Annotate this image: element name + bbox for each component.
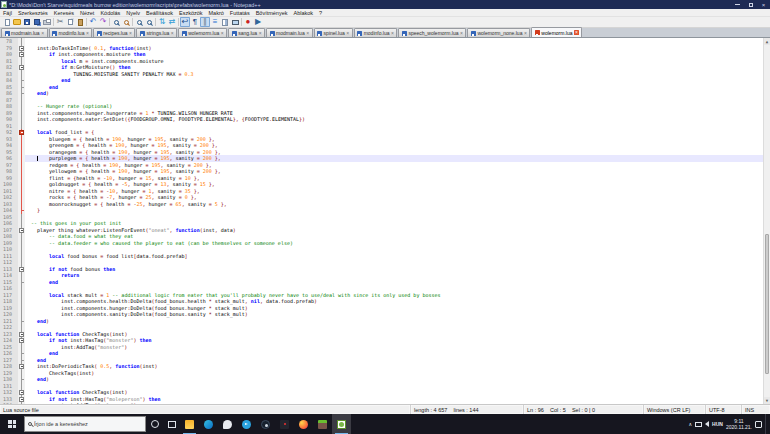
hidden-icons-chevron[interactable]: ∧	[688, 421, 692, 427]
fold-collapse-icon[interactable]	[19, 338, 24, 343]
tab-modmain-lua-6[interactable]: modmain.lua×	[266, 28, 313, 37]
tab-close-icon[interactable]: ×	[259, 31, 262, 36]
indent-guide-icon[interactable]: ∥	[200, 17, 210, 27]
tab-close-icon[interactable]: ×	[391, 31, 394, 36]
tab-sang-lua-5[interactable]: sang.lua×	[228, 28, 265, 37]
new-file-icon[interactable]	[2, 17, 12, 27]
tab-close-icon[interactable]: ×	[524, 31, 527, 36]
menu-szerkeszts[interactable]: Szerkesztés	[15, 9, 51, 17]
redo-icon[interactable]: ↷	[98, 17, 108, 27]
tab-close-icon[interactable]: ×	[41, 31, 44, 36]
tab-modinfo-lua-1[interactable]: modinfo.lua×	[49, 28, 93, 37]
tab-recipes-lua-2[interactable]: recipes.lua×	[93, 28, 135, 37]
fold-collapse-icon[interactable]	[19, 390, 24, 395]
fold-margin[interactable]	[18, 402, 25, 404]
sync-vertical-icon[interactable]: ⇅	[157, 17, 167, 27]
undo-icon[interactable]: ↶	[88, 17, 98, 27]
save-icon[interactable]	[22, 17, 32, 27]
fold-collapse-icon[interactable]	[19, 332, 24, 337]
tab-close-icon[interactable]: ×	[306, 31, 309, 36]
menu-belltsok[interactable]: Beállítások	[143, 9, 176, 17]
menu-nzet[interactable]: Nézet	[77, 9, 97, 17]
display-tray-icon[interactable]	[695, 422, 702, 427]
fold-collapse-icon[interactable]	[19, 364, 24, 369]
code-editor[interactable]: 7879 inst:DoTaskInTime( 0.1, function(in…	[0, 38, 770, 404]
save-all-icon[interactable]	[32, 17, 42, 27]
scroll-down-arrow[interactable]: ▼	[764, 397, 770, 404]
zoom-out-icon[interactable]	[144, 17, 154, 27]
cortana-button[interactable]	[146, 414, 163, 434]
taskbar-app-game-launcher[interactable]	[275, 414, 294, 434]
show-all-characters-icon[interactable]: ¶	[190, 17, 200, 27]
function-list-icon[interactable]: ≡	[210, 17, 220, 27]
fold-collapse-icon[interactable]	[19, 267, 24, 272]
tab-close-icon[interactable]: ×	[171, 31, 174, 36]
cut-icon[interactable]: ✂	[55, 17, 65, 27]
find-icon[interactable]	[111, 17, 121, 27]
tab-modinfo-lua-8[interactable]: modinfo.lua×	[354, 28, 398, 37]
taskbar-app-steam[interactable]	[256, 414, 275, 434]
start-button[interactable]	[0, 414, 24, 434]
tab-wolemorm-lua-11[interactable]: wolemorm.lua×	[531, 27, 582, 37]
taskbar-app-telegram[interactable]	[237, 414, 256, 434]
copy-icon[interactable]	[65, 17, 75, 27]
taskbar-search-input[interactable]: Írjon ide a kereséshez	[24, 416, 146, 432]
scrollbar-thumb[interactable]	[765, 234, 769, 374]
tab-close-icon[interactable]: ×	[221, 31, 224, 36]
vertical-scrollbar[interactable]: ▲ ▼	[763, 38, 770, 404]
monitor-icon[interactable]	[230, 17, 240, 27]
menu-makr[interactable]: Makró	[206, 9, 227, 17]
open-file-icon[interactable]	[12, 17, 22, 27]
close-button[interactable]: ×	[757, 0, 770, 9]
line-number[interactable]: 134	[0, 402, 14, 404]
tab-close-icon[interactable]: ×	[460, 31, 463, 36]
menu-eszkzk[interactable]: Eszközök	[176, 9, 206, 17]
taskbar-app-notepad-plus-plus[interactable]	[332, 414, 351, 434]
menu-fjl[interactable]: Fájl	[0, 9, 15, 17]
tab-strings-lua-3[interactable]: strings.lua×	[136, 28, 177, 37]
language-indicator[interactable]: HUN	[712, 421, 723, 427]
tab-close-icon[interactable]: ×	[574, 30, 579, 35]
fold-collapse-icon[interactable]	[19, 397, 24, 402]
minimize-button[interactable]	[731, 0, 744, 9]
play-macro-icon[interactable]: ▶	[253, 17, 263, 27]
tab-spinel-lua-7[interactable]: spinel.lua×	[314, 28, 353, 37]
document-map-icon[interactable]	[220, 17, 230, 27]
replace-icon[interactable]	[121, 17, 131, 27]
tab-close-icon[interactable]: ×	[86, 31, 89, 36]
menu-bvtmnyek[interactable]: Bővítmények	[253, 9, 291, 17]
fold-collapse-icon[interactable]	[19, 65, 24, 70]
tab-close-icon[interactable]: ×	[129, 31, 132, 36]
show-desktop-button[interactable]	[765, 414, 768, 434]
taskbar-app-minecraft[interactable]	[313, 414, 332, 434]
menu-?[interactable]: ?	[316, 9, 325, 17]
word-wrap-icon[interactable]: ↩	[180, 17, 190, 27]
notification-center-icon[interactable]	[755, 421, 762, 428]
menu-kdols[interactable]: Kódolás	[97, 9, 123, 17]
menu-nyelv[interactable]: Nyelv	[123, 9, 143, 17]
record-macro-icon[interactable]: ●	[243, 17, 253, 27]
fold-collapse-icon[interactable]	[19, 130, 24, 135]
tab-wolemorm_none-lua-10[interactable]: wolemorm_none.lua×	[467, 28, 530, 37]
menu-ablakok[interactable]: Ablakok	[290, 9, 316, 17]
taskbar-app-firefox[interactable]	[294, 414, 313, 434]
fold-collapse-icon[interactable]	[19, 228, 24, 233]
tab-modmain-lua-0[interactable]: modmain.lua×	[1, 28, 48, 37]
taskbar-app-messenger[interactable]	[218, 414, 237, 434]
paste-icon[interactable]	[75, 17, 85, 27]
taskbar-app-file-explorer[interactable]	[180, 414, 199, 434]
menu-futtats[interactable]: Futtatás	[227, 9, 253, 17]
print-icon[interactable]	[42, 17, 52, 27]
code-text[interactable]: inst:AddTag("moleperson")	[25, 402, 763, 404]
clock[interactable]: 9:11 2020.11.21.	[726, 418, 752, 430]
menu-keress[interactable]: Keresés	[51, 9, 77, 17]
scroll-up-arrow[interactable]: ▲	[764, 38, 770, 45]
taskbar-app-edge[interactable]	[199, 414, 218, 434]
fold-collapse-icon[interactable]	[19, 46, 24, 51]
sync-horizontal-icon[interactable]: ⇄	[167, 17, 177, 27]
tab-speech_wolemorm-lua-9[interactable]: speech_wolemorm.lua×	[398, 28, 466, 37]
tab-close-icon[interactable]: ×	[346, 31, 349, 36]
fold-collapse-icon[interactable]	[19, 52, 24, 57]
volume-tray-icon[interactable]	[705, 421, 709, 427]
task-view-button[interactable]	[163, 414, 180, 434]
